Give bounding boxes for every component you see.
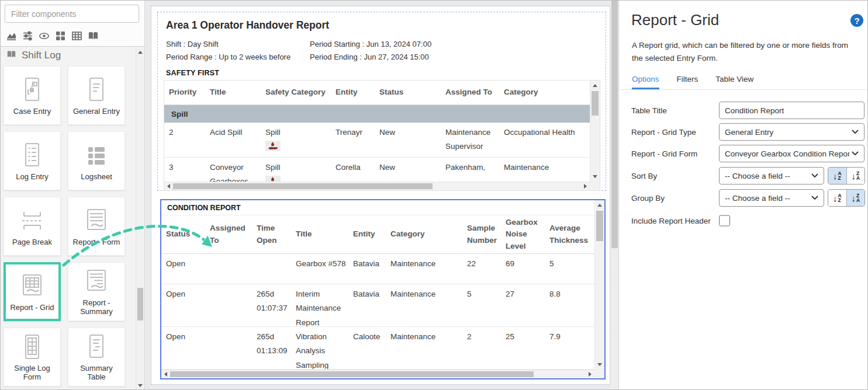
- scroll-down-arrow[interactable]: [597, 363, 602, 366]
- scroll-up-arrow[interactable]: [138, 51, 143, 54]
- column-header: Priority: [164, 81, 205, 105]
- tab-options[interactable]: Options: [632, 75, 659, 89]
- tile-label: Summary Table: [71, 364, 122, 382]
- grid-form-select[interactable]: Conveyor Gearbox Condition Report: [719, 145, 864, 162]
- blocks-icon[interactable]: [55, 30, 66, 41]
- report-grid-component-selected[interactable]: CONDITION REPORT Status Assigned To Time…: [160, 199, 606, 379]
- scroll-down-arrow[interactable]: [593, 175, 597, 178]
- group-descending-button[interactable]: ↓ ZA: [846, 190, 865, 206]
- scrollbar-thumb[interactable]: [611, 1, 618, 248]
- tile-label: Report - Form: [73, 238, 120, 247]
- tile-case-entry[interactable]: Case Entry: [4, 66, 61, 125]
- app-window: Shift Log Case Entry: [0, 0, 868, 390]
- cell-safety-category: Spill: [261, 158, 331, 183]
- scroll-up-arrow[interactable]: [593, 84, 597, 87]
- tile-log-entry[interactable]: Log Entry: [4, 131, 61, 190]
- safety-table-header: Priority Title Safety Category Entity St…: [164, 81, 590, 105]
- cell-status: New: [375, 123, 441, 157]
- chevron-down-icon: [852, 151, 859, 156]
- chevron-down-icon: [852, 130, 859, 134]
- table-row: 2 Acid Spill Spill Trenayr New Maintenan…: [164, 123, 590, 158]
- report-form-component[interactable]: Area 1 Operator Handover Report Shift : …: [157, 12, 606, 191]
- group-ascending-button[interactable]: ↓ AZ: [828, 190, 846, 206]
- scroll-up-arrow[interactable]: [597, 204, 602, 207]
- chevron-down-icon: [811, 196, 818, 200]
- book-icon[interactable]: [88, 30, 99, 41]
- scrollbar-thumb[interactable]: [170, 371, 534, 377]
- scrollbar-thumb[interactable]: [596, 211, 603, 241]
- component-tiles: Case Entry General Entry: [4, 66, 137, 386]
- case-entry-icon: [18, 75, 46, 105]
- tile-label: Single Log Form: [6, 364, 58, 382]
- cell-assigned-to: [205, 284, 252, 326]
- include-report-header-checkbox[interactable]: [719, 215, 730, 227]
- tile-summary-table[interactable]: Summary Table: [68, 328, 125, 386]
- group-by-select[interactable]: -- Choose a field --: [719, 189, 824, 207]
- group-by-label: Group By: [631, 194, 665, 203]
- cell-category: Occupational Health: [499, 123, 590, 157]
- sidebar-vertical-scrollbar[interactable]: [136, 47, 144, 390]
- condition-table-horizontal-scrollbar[interactable]: [161, 370, 594, 378]
- sort-descending-button[interactable]: ↓ ZA: [846, 168, 865, 184]
- report-period-ending: Period Ending : Jun 27, 2024 15:00: [310, 53, 431, 61]
- cell-title: Gearbox #578: [291, 254, 348, 284]
- condition-table-vertical-scrollbar[interactable]: [594, 200, 604, 370]
- cell-title: Acid Spill: [205, 123, 261, 157]
- tile-general-entry[interactable]: General Entry: [68, 66, 125, 125]
- scroll-down-arrow[interactable]: [138, 384, 143, 387]
- scroll-left-arrow[interactable]: [167, 184, 170, 189]
- panel-description: A Report grid, which can be filtered by …: [632, 39, 861, 64]
- safety-table-horizontal-scrollbar[interactable]: [164, 182, 590, 190]
- scroll-right-arrow[interactable]: [584, 184, 587, 189]
- tile-report-form[interactable]: Report - Form: [68, 197, 125, 256]
- tile-label: General Entry: [73, 107, 120, 116]
- column-header: Assigned To: [441, 81, 499, 105]
- table-row: Open 265d 01:13:09 Vibration Analysis Sa…: [161, 327, 594, 370]
- report-canvas: Area 1 Operator Handover Report Shift : …: [146, 1, 618, 390]
- safety-table-vertical-scrollbar[interactable]: [590, 81, 600, 182]
- cell-entity: Batavia: [348, 254, 386, 284]
- sidebar-section-shift-log[interactable]: Shift Log: [1, 47, 136, 64]
- sort-arrow-icon: ↓: [833, 172, 838, 180]
- cell-title: Vibration Analysis Sampling: [291, 327, 348, 369]
- column-header: Status: [161, 215, 205, 253]
- report-page[interactable]: Area 1 Operator Handover Report Shift : …: [151, 6, 610, 385]
- cell-time-open: [252, 254, 291, 284]
- cell-time-open: 265d 01:13:09: [252, 327, 291, 369]
- tile-label: Report - Summary: [71, 299, 122, 316]
- grid-type-select[interactable]: General Entry: [719, 123, 864, 141]
- sort-by-select[interactable]: -- Choose a field --: [719, 167, 824, 184]
- scrollbar-thumb[interactable]: [137, 288, 143, 321]
- cell-entity: Caloote: [348, 327, 386, 369]
- sliders-icon[interactable]: [22, 30, 33, 41]
- panel-tabs: Options Filters Table View: [632, 75, 753, 89]
- grid-type-label: Report - Grid Type: [631, 128, 696, 137]
- tab-table-view[interactable]: Table View: [715, 75, 753, 89]
- canvas-vertical-scrollbar[interactable]: [611, 1, 618, 390]
- eye-icon[interactable]: [39, 30, 50, 41]
- tile-page-break[interactable]: Page Break: [4, 197, 61, 256]
- book-icon: [6, 50, 16, 62]
- table-grid-icon[interactable]: [71, 30, 82, 41]
- cell-average-thickness: 7.9: [545, 327, 594, 369]
- single-log-form-icon: [18, 332, 46, 361]
- scrollbar-thumb[interactable]: [592, 91, 599, 116]
- properties-panel: Report - Grid ? A Report grid, which can…: [618, 1, 868, 390]
- table-title-input[interactable]: Condition Report: [719, 102, 864, 119]
- sidebar-section-label: Shift Log: [22, 50, 61, 61]
- tile-report-grid[interactable]: Report - Grid: [4, 262, 61, 321]
- filter-components-input[interactable]: [5, 5, 139, 23]
- scroll-left-arrow[interactable]: [164, 372, 167, 377]
- cell-category: Maintenance: [386, 327, 462, 369]
- chart-components-icon[interactable]: [6, 30, 17, 41]
- help-icon[interactable]: ?: [850, 14, 863, 27]
- tab-filters[interactable]: Filters: [677, 75, 698, 89]
- field-row-grid-type: Report - Grid Type General Entry: [631, 123, 865, 141]
- tile-logsheet[interactable]: Logsheet: [68, 131, 125, 190]
- scrollbar-thumb[interactable]: [173, 183, 433, 189]
- tile-report-summary[interactable]: Report - Summary: [68, 262, 125, 321]
- column-header: Category: [499, 81, 590, 105]
- tile-single-log-form[interactable]: Single Log Form: [4, 328, 61, 386]
- scroll-right-arrow[interactable]: [589, 372, 592, 377]
- sort-ascending-button[interactable]: ↓ AZ: [828, 168, 846, 184]
